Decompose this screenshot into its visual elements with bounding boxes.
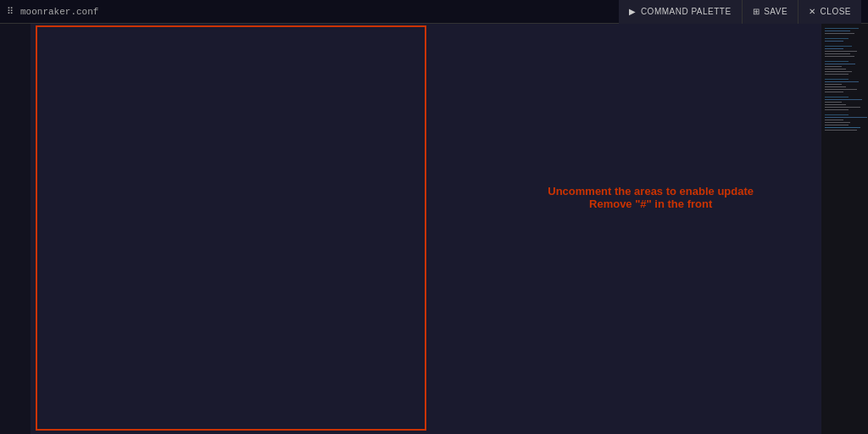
editor-area: Uncomment the areas to enable update Rem…	[0, 24, 868, 434]
svg-rect-7	[825, 48, 843, 49]
svg-rect-8	[825, 51, 857, 52]
svg-rect-24	[825, 99, 862, 100]
svg-rect-13	[825, 66, 842, 67]
svg-rect-16	[825, 74, 849, 75]
svg-rect-10	[825, 56, 854, 57]
svg-rect-0	[821, 24, 868, 434]
command-palette-button[interactable]: ▶ COMMAND PALETTE	[619, 0, 741, 24]
code-area[interactable]: Uncomment the areas to enable update Rem…	[31, 24, 821, 434]
code-content	[31, 24, 821, 434]
svg-rect-15	[825, 71, 852, 72]
svg-rect-1	[825, 28, 859, 29]
svg-rect-25	[825, 102, 842, 103]
save-icon: ⊞	[753, 7, 760, 16]
svg-rect-30	[825, 117, 867, 118]
menu-icon: ⠿	[7, 6, 14, 17]
svg-rect-33	[825, 125, 849, 125]
titlebar-right: ▶ COMMAND PALETTE ⊞ SAVE ✕ CLOSE	[619, 0, 861, 24]
svg-rect-14	[825, 69, 846, 70]
svg-rect-11	[825, 61, 849, 62]
line-numbers	[0, 24, 31, 434]
close-icon: ✕	[809, 7, 816, 16]
svg-rect-9	[825, 53, 850, 54]
svg-rect-21	[825, 89, 857, 90]
annotation: Uncomment the areas to enable update Rem…	[548, 185, 754, 210]
titlebar-left: ⠿ moonraker.conf	[7, 6, 98, 17]
svg-rect-23	[825, 97, 849, 97]
svg-rect-3	[825, 33, 854, 34]
svg-rect-35	[825, 130, 857, 131]
command-palette-icon: ▶	[629, 7, 637, 16]
svg-rect-27	[825, 107, 860, 108]
save-button[interactable]: ⊞ SAVE	[743, 0, 798, 24]
svg-rect-19	[825, 84, 842, 85]
svg-rect-26	[825, 104, 846, 105]
svg-rect-17	[825, 79, 849, 80]
svg-rect-22	[825, 92, 843, 92]
svg-rect-2	[825, 31, 850, 31]
svg-rect-18	[825, 81, 859, 82]
minimap	[821, 24, 868, 434]
svg-rect-5	[825, 41, 843, 42]
svg-rect-6	[825, 46, 852, 47]
svg-rect-31	[825, 120, 843, 120]
svg-rect-12	[825, 64, 855, 64]
svg-rect-34	[825, 127, 860, 128]
svg-rect-28	[825, 109, 849, 110]
titlebar: ⠿ moonraker.conf ▶ COMMAND PALETTE ⊞ SAV…	[0, 0, 868, 24]
close-button[interactable]: ✕ CLOSE	[798, 0, 861, 24]
svg-rect-4	[825, 38, 849, 39]
svg-rect-20	[825, 86, 846, 87]
filename: moonraker.conf	[20, 7, 98, 17]
svg-rect-29	[825, 114, 849, 115]
svg-rect-32	[825, 122, 850, 123]
